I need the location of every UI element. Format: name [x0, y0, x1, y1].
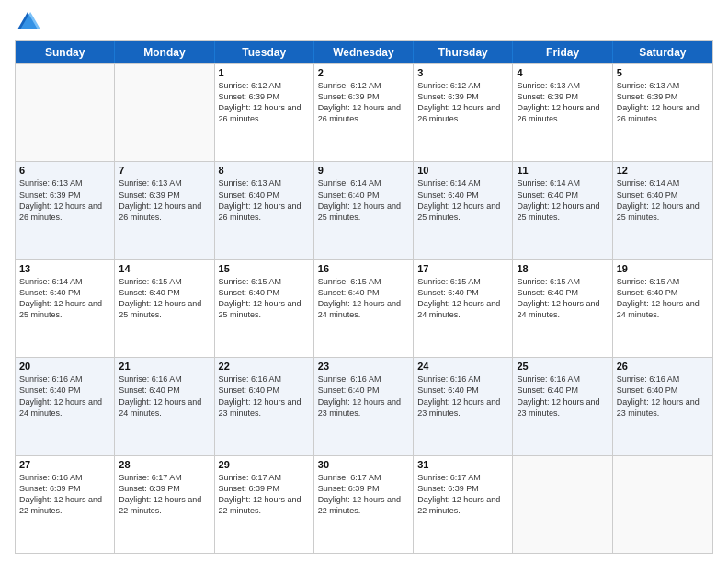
day-number: 20 — [19, 361, 110, 372]
day-number: 17 — [417, 263, 508, 274]
day-info: Sunrise: 6:17 AM Sunset: 6:39 PM Dayligh… — [119, 472, 210, 517]
day-cell: 3Sunrise: 6:12 AM Sunset: 6:39 PM Daylig… — [414, 64, 513, 161]
week-row: 13Sunrise: 6:14 AM Sunset: 6:40 PM Dayli… — [16, 259, 712, 357]
day-header-tuesday: Tuesday — [215, 41, 314, 63]
day-number: 16 — [318, 263, 409, 274]
day-cell: 7Sunrise: 6:13 AM Sunset: 6:39 PM Daylig… — [115, 162, 214, 259]
day-info: Sunrise: 6:14 AM Sunset: 6:40 PM Dayligh… — [617, 178, 709, 223]
day-info: Sunrise: 6:14 AM Sunset: 6:40 PM Dayligh… — [19, 276, 110, 321]
day-info: Sunrise: 6:17 AM Sunset: 6:39 PM Dayligh… — [318, 472, 409, 517]
day-info: Sunrise: 6:13 AM Sunset: 6:40 PM Dayligh… — [219, 178, 310, 223]
day-info: Sunrise: 6:13 AM Sunset: 6:39 PM Dayligh… — [19, 178, 110, 223]
day-info: Sunrise: 6:16 AM Sunset: 6:40 PM Dayligh… — [219, 373, 310, 419]
week-row: 6Sunrise: 6:13 AM Sunset: 6:39 PM Daylig… — [16, 161, 712, 259]
day-info: Sunrise: 6:15 AM Sunset: 6:40 PM Dayligh… — [517, 276, 608, 321]
page: SundayMondayTuesdayWednesdayThursdayFrid… — [0, 0, 728, 563]
day-number: 23 — [318, 361, 409, 372]
day-info: Sunrise: 6:15 AM Sunset: 6:40 PM Dayligh… — [119, 276, 210, 321]
day-cell: 6Sunrise: 6:13 AM Sunset: 6:39 PM Daylig… — [16, 162, 115, 259]
day-cell: 20Sunrise: 6:16 AM Sunset: 6:40 PM Dayli… — [16, 358, 115, 454]
day-number: 11 — [517, 165, 608, 176]
day-cell — [513, 456, 612, 553]
day-number: 14 — [119, 263, 210, 274]
day-info: Sunrise: 6:15 AM Sunset: 6:40 PM Dayligh… — [617, 276, 709, 321]
day-number: 22 — [219, 361, 310, 372]
day-cell: 9Sunrise: 6:14 AM Sunset: 6:40 PM Daylig… — [314, 162, 414, 259]
day-cell: 21Sunrise: 6:16 AM Sunset: 6:40 PM Dayli… — [115, 358, 214, 454]
day-info: Sunrise: 6:14 AM Sunset: 6:40 PM Dayligh… — [318, 178, 409, 223]
day-cell: 8Sunrise: 6:13 AM Sunset: 6:40 PM Daylig… — [215, 162, 314, 259]
day-info: Sunrise: 6:15 AM Sunset: 6:40 PM Dayligh… — [318, 276, 409, 321]
day-info: Sunrise: 6:16 AM Sunset: 6:40 PM Dayligh… — [19, 373, 110, 419]
day-cell: 14Sunrise: 6:15 AM Sunset: 6:40 PM Dayli… — [115, 260, 214, 357]
day-number: 31 — [417, 459, 508, 470]
day-number: 3 — [417, 67, 508, 78]
day-cell: 1Sunrise: 6:12 AM Sunset: 6:39 PM Daylig… — [215, 64, 314, 161]
day-cell: 13Sunrise: 6:14 AM Sunset: 6:40 PM Dayli… — [16, 260, 115, 357]
day-cell: 19Sunrise: 6:15 AM Sunset: 6:40 PM Dayli… — [613, 260, 712, 357]
day-header-wednesday: Wednesday — [314, 41, 414, 63]
day-number: 21 — [119, 361, 210, 372]
day-cell: 18Sunrise: 6:15 AM Sunset: 6:40 PM Dayli… — [513, 260, 612, 357]
day-cell: 26Sunrise: 6:16 AM Sunset: 6:40 PM Dayli… — [613, 358, 712, 454]
day-cell: 16Sunrise: 6:15 AM Sunset: 6:40 PM Dayli… — [314, 260, 414, 357]
day-cell: 31Sunrise: 6:17 AM Sunset: 6:39 PM Dayli… — [414, 456, 513, 553]
day-info: Sunrise: 6:16 AM Sunset: 6:40 PM Dayligh… — [318, 373, 409, 419]
day-cell: 2Sunrise: 6:12 AM Sunset: 6:39 PM Daylig… — [314, 64, 414, 161]
day-number: 29 — [219, 459, 310, 470]
day-info: Sunrise: 6:15 AM Sunset: 6:40 PM Dayligh… — [417, 276, 508, 321]
day-number: 9 — [318, 165, 409, 176]
week-row: 1Sunrise: 6:12 AM Sunset: 6:39 PM Daylig… — [16, 63, 712, 161]
day-cell — [115, 64, 214, 161]
day-header-monday: Monday — [115, 41, 214, 63]
day-number: 25 — [517, 361, 608, 372]
day-number: 2 — [318, 67, 409, 78]
calendar-body: 1Sunrise: 6:12 AM Sunset: 6:39 PM Daylig… — [16, 63, 712, 553]
day-number: 10 — [417, 165, 508, 176]
day-cell: 29Sunrise: 6:17 AM Sunset: 6:39 PM Dayli… — [215, 456, 314, 553]
day-info: Sunrise: 6:13 AM Sunset: 6:39 PM Dayligh… — [517, 80, 608, 125]
day-info: Sunrise: 6:14 AM Sunset: 6:40 PM Dayligh… — [417, 178, 508, 223]
day-header-thursday: Thursday — [414, 41, 513, 63]
day-info: Sunrise: 6:12 AM Sunset: 6:39 PM Dayligh… — [219, 80, 310, 125]
day-number: 28 — [119, 459, 210, 470]
day-info: Sunrise: 6:17 AM Sunset: 6:39 PM Dayligh… — [219, 472, 310, 517]
day-cell: 22Sunrise: 6:16 AM Sunset: 6:40 PM Dayli… — [215, 358, 314, 454]
day-cell — [16, 64, 115, 161]
day-info: Sunrise: 6:13 AM Sunset: 6:39 PM Dayligh… — [617, 80, 709, 125]
calendar: SundayMondayTuesdayWednesdayThursdayFrid… — [15, 40, 713, 554]
day-info: Sunrise: 6:16 AM Sunset: 6:39 PM Dayligh… — [19, 472, 110, 517]
day-headers: SundayMondayTuesdayWednesdayThursdayFrid… — [16, 41, 712, 63]
week-row: 20Sunrise: 6:16 AM Sunset: 6:40 PM Dayli… — [16, 357, 712, 454]
day-info: Sunrise: 6:12 AM Sunset: 6:39 PM Dayligh… — [417, 80, 508, 125]
day-info: Sunrise: 6:16 AM Sunset: 6:40 PM Dayligh… — [119, 373, 210, 419]
day-cell: 25Sunrise: 6:16 AM Sunset: 6:40 PM Dayli… — [513, 358, 612, 454]
day-number: 26 — [617, 361, 709, 372]
day-number: 13 — [19, 263, 110, 274]
day-number: 5 — [617, 67, 709, 78]
day-info: Sunrise: 6:15 AM Sunset: 6:40 PM Dayligh… — [219, 276, 310, 321]
day-header-friday: Friday — [513, 41, 612, 63]
day-cell: 12Sunrise: 6:14 AM Sunset: 6:40 PM Dayli… — [613, 162, 712, 259]
day-header-saturday: Saturday — [613, 41, 712, 63]
day-info: Sunrise: 6:16 AM Sunset: 6:40 PM Dayligh… — [617, 373, 709, 419]
day-number: 15 — [219, 263, 310, 274]
day-number: 6 — [19, 165, 110, 176]
day-cell: 27Sunrise: 6:16 AM Sunset: 6:39 PM Dayli… — [16, 456, 115, 553]
day-number: 12 — [617, 165, 709, 176]
day-number: 4 — [517, 67, 608, 78]
day-cell: 30Sunrise: 6:17 AM Sunset: 6:39 PM Dayli… — [314, 456, 414, 553]
week-row: 27Sunrise: 6:16 AM Sunset: 6:39 PM Dayli… — [16, 455, 712, 553]
day-cell: 5Sunrise: 6:13 AM Sunset: 6:39 PM Daylig… — [613, 64, 712, 161]
day-number: 19 — [617, 263, 709, 274]
day-cell: 17Sunrise: 6:15 AM Sunset: 6:40 PM Dayli… — [414, 260, 513, 357]
day-cell: 28Sunrise: 6:17 AM Sunset: 6:39 PM Dayli… — [115, 456, 214, 553]
day-number: 8 — [219, 165, 310, 176]
logo-icon — [15, 9, 40, 35]
day-info: Sunrise: 6:16 AM Sunset: 6:40 PM Dayligh… — [417, 373, 508, 419]
day-cell: 23Sunrise: 6:16 AM Sunset: 6:40 PM Dayli… — [314, 358, 414, 454]
day-info: Sunrise: 6:13 AM Sunset: 6:39 PM Dayligh… — [119, 178, 210, 223]
header — [15, 9, 713, 35]
day-number: 27 — [19, 459, 110, 470]
day-cell — [613, 456, 712, 553]
